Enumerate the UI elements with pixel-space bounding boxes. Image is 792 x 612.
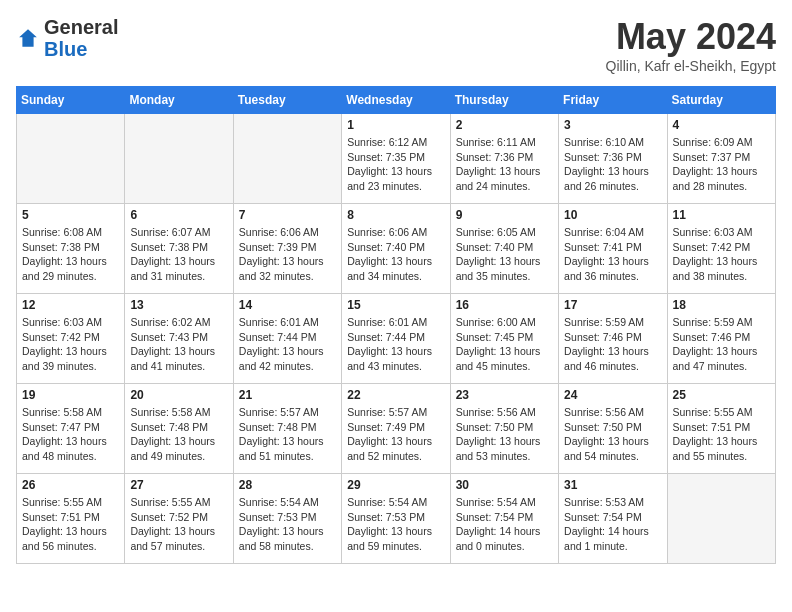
weekday-header-saturday: Saturday (667, 87, 775, 114)
calendar-cell: 21Sunrise: 5:57 AMSunset: 7:48 PMDayligh… (233, 384, 341, 474)
calendar-cell: 24Sunrise: 5:56 AMSunset: 7:50 PMDayligh… (559, 384, 667, 474)
weekday-header-thursday: Thursday (450, 87, 558, 114)
calendar-cell: 16Sunrise: 6:00 AMSunset: 7:45 PMDayligh… (450, 294, 558, 384)
cell-content: Sunrise: 6:05 AMSunset: 7:40 PMDaylight:… (456, 225, 553, 284)
weekday-header-monday: Monday (125, 87, 233, 114)
cell-content: Sunrise: 6:11 AMSunset: 7:36 PMDaylight:… (456, 135, 553, 194)
calendar-cell (233, 114, 341, 204)
title-area: May 2024 Qillin, Kafr el-Sheikh, Egypt (606, 16, 776, 74)
day-number: 16 (456, 298, 553, 312)
calendar-cell (17, 114, 125, 204)
cell-content: Sunrise: 5:57 AMSunset: 7:48 PMDaylight:… (239, 405, 336, 464)
cell-content: Sunrise: 5:58 AMSunset: 7:47 PMDaylight:… (22, 405, 119, 464)
calendar-cell (125, 114, 233, 204)
calendar-cell: 27Sunrise: 5:55 AMSunset: 7:52 PMDayligh… (125, 474, 233, 564)
cell-content: Sunrise: 5:55 AMSunset: 7:51 PMDaylight:… (22, 495, 119, 554)
cell-content: Sunrise: 5:56 AMSunset: 7:50 PMDaylight:… (564, 405, 661, 464)
day-number: 9 (456, 208, 553, 222)
cell-content: Sunrise: 5:56 AMSunset: 7:50 PMDaylight:… (456, 405, 553, 464)
cell-content: Sunrise: 6:12 AMSunset: 7:35 PMDaylight:… (347, 135, 444, 194)
calendar-cell: 8Sunrise: 6:06 AMSunset: 7:40 PMDaylight… (342, 204, 450, 294)
day-number: 8 (347, 208, 444, 222)
day-number: 10 (564, 208, 661, 222)
calendar-cell: 1Sunrise: 6:12 AMSunset: 7:35 PMDaylight… (342, 114, 450, 204)
cell-content: Sunrise: 5:54 AMSunset: 7:53 PMDaylight:… (347, 495, 444, 554)
calendar-cell: 18Sunrise: 5:59 AMSunset: 7:46 PMDayligh… (667, 294, 775, 384)
weekday-header-friday: Friday (559, 87, 667, 114)
calendar-cell: 20Sunrise: 5:58 AMSunset: 7:48 PMDayligh… (125, 384, 233, 474)
week-row-4: 19Sunrise: 5:58 AMSunset: 7:47 PMDayligh… (17, 384, 776, 474)
calendar-cell: 29Sunrise: 5:54 AMSunset: 7:53 PMDayligh… (342, 474, 450, 564)
cell-content: Sunrise: 6:10 AMSunset: 7:36 PMDaylight:… (564, 135, 661, 194)
day-number: 12 (22, 298, 119, 312)
cell-content: Sunrise: 6:06 AMSunset: 7:40 PMDaylight:… (347, 225, 444, 284)
day-number: 31 (564, 478, 661, 492)
day-number: 11 (673, 208, 770, 222)
day-number: 5 (22, 208, 119, 222)
page-header: General Blue May 2024 Qillin, Kafr el-Sh… (16, 16, 776, 74)
cell-content: Sunrise: 5:59 AMSunset: 7:46 PMDaylight:… (564, 315, 661, 374)
calendar-cell: 15Sunrise: 6:01 AMSunset: 7:44 PMDayligh… (342, 294, 450, 384)
calendar-cell: 5Sunrise: 6:08 AMSunset: 7:38 PMDaylight… (17, 204, 125, 294)
day-number: 19 (22, 388, 119, 402)
calendar-cell: 17Sunrise: 5:59 AMSunset: 7:46 PMDayligh… (559, 294, 667, 384)
week-row-5: 26Sunrise: 5:55 AMSunset: 7:51 PMDayligh… (17, 474, 776, 564)
location: Qillin, Kafr el-Sheikh, Egypt (606, 58, 776, 74)
week-row-1: 1Sunrise: 6:12 AMSunset: 7:35 PMDaylight… (17, 114, 776, 204)
cell-content: Sunrise: 6:01 AMSunset: 7:44 PMDaylight:… (239, 315, 336, 374)
calendar-cell: 31Sunrise: 5:53 AMSunset: 7:54 PMDayligh… (559, 474, 667, 564)
calendar-cell: 3Sunrise: 6:10 AMSunset: 7:36 PMDaylight… (559, 114, 667, 204)
month-title: May 2024 (606, 16, 776, 58)
calendar-cell: 26Sunrise: 5:55 AMSunset: 7:51 PMDayligh… (17, 474, 125, 564)
calendar-cell: 22Sunrise: 5:57 AMSunset: 7:49 PMDayligh… (342, 384, 450, 474)
logo-text: General Blue (44, 16, 118, 60)
calendar-cell: 10Sunrise: 6:04 AMSunset: 7:41 PMDayligh… (559, 204, 667, 294)
calendar-cell: 25Sunrise: 5:55 AMSunset: 7:51 PMDayligh… (667, 384, 775, 474)
day-number: 23 (456, 388, 553, 402)
day-number: 6 (130, 208, 227, 222)
calendar-cell: 28Sunrise: 5:54 AMSunset: 7:53 PMDayligh… (233, 474, 341, 564)
day-number: 2 (456, 118, 553, 132)
cell-content: Sunrise: 6:07 AMSunset: 7:38 PMDaylight:… (130, 225, 227, 284)
day-number: 30 (456, 478, 553, 492)
weekday-header-sunday: Sunday (17, 87, 125, 114)
day-number: 7 (239, 208, 336, 222)
cell-content: Sunrise: 6:00 AMSunset: 7:45 PMDaylight:… (456, 315, 553, 374)
cell-content: Sunrise: 5:58 AMSunset: 7:48 PMDaylight:… (130, 405, 227, 464)
weekday-header-wednesday: Wednesday (342, 87, 450, 114)
day-number: 1 (347, 118, 444, 132)
logo-general: General (44, 16, 118, 38)
cell-content: Sunrise: 6:06 AMSunset: 7:39 PMDaylight:… (239, 225, 336, 284)
cell-content: Sunrise: 5:59 AMSunset: 7:46 PMDaylight:… (673, 315, 770, 374)
cell-content: Sunrise: 6:03 AMSunset: 7:42 PMDaylight:… (673, 225, 770, 284)
calendar-cell: 30Sunrise: 5:54 AMSunset: 7:54 PMDayligh… (450, 474, 558, 564)
calendar-cell: 14Sunrise: 6:01 AMSunset: 7:44 PMDayligh… (233, 294, 341, 384)
weekday-header-tuesday: Tuesday (233, 87, 341, 114)
cell-content: Sunrise: 6:03 AMSunset: 7:42 PMDaylight:… (22, 315, 119, 374)
svg-marker-0 (19, 29, 37, 47)
day-number: 4 (673, 118, 770, 132)
logo: General Blue (16, 16, 118, 60)
calendar-cell: 23Sunrise: 5:56 AMSunset: 7:50 PMDayligh… (450, 384, 558, 474)
day-number: 24 (564, 388, 661, 402)
day-number: 14 (239, 298, 336, 312)
cell-content: Sunrise: 5:54 AMSunset: 7:53 PMDaylight:… (239, 495, 336, 554)
cell-content: Sunrise: 6:09 AMSunset: 7:37 PMDaylight:… (673, 135, 770, 194)
day-number: 26 (22, 478, 119, 492)
calendar-cell: 12Sunrise: 6:03 AMSunset: 7:42 PMDayligh… (17, 294, 125, 384)
day-number: 18 (673, 298, 770, 312)
calendar-cell (667, 474, 775, 564)
day-number: 22 (347, 388, 444, 402)
day-number: 27 (130, 478, 227, 492)
logo-blue: Blue (44, 38, 87, 60)
calendar-cell: 9Sunrise: 6:05 AMSunset: 7:40 PMDaylight… (450, 204, 558, 294)
logo-icon (16, 26, 40, 50)
cell-content: Sunrise: 6:01 AMSunset: 7:44 PMDaylight:… (347, 315, 444, 374)
calendar-cell: 11Sunrise: 6:03 AMSunset: 7:42 PMDayligh… (667, 204, 775, 294)
calendar-cell: 7Sunrise: 6:06 AMSunset: 7:39 PMDaylight… (233, 204, 341, 294)
week-row-2: 5Sunrise: 6:08 AMSunset: 7:38 PMDaylight… (17, 204, 776, 294)
week-row-3: 12Sunrise: 6:03 AMSunset: 7:42 PMDayligh… (17, 294, 776, 384)
cell-content: Sunrise: 5:54 AMSunset: 7:54 PMDaylight:… (456, 495, 553, 554)
calendar-cell: 6Sunrise: 6:07 AMSunset: 7:38 PMDaylight… (125, 204, 233, 294)
cell-content: Sunrise: 6:02 AMSunset: 7:43 PMDaylight:… (130, 315, 227, 374)
